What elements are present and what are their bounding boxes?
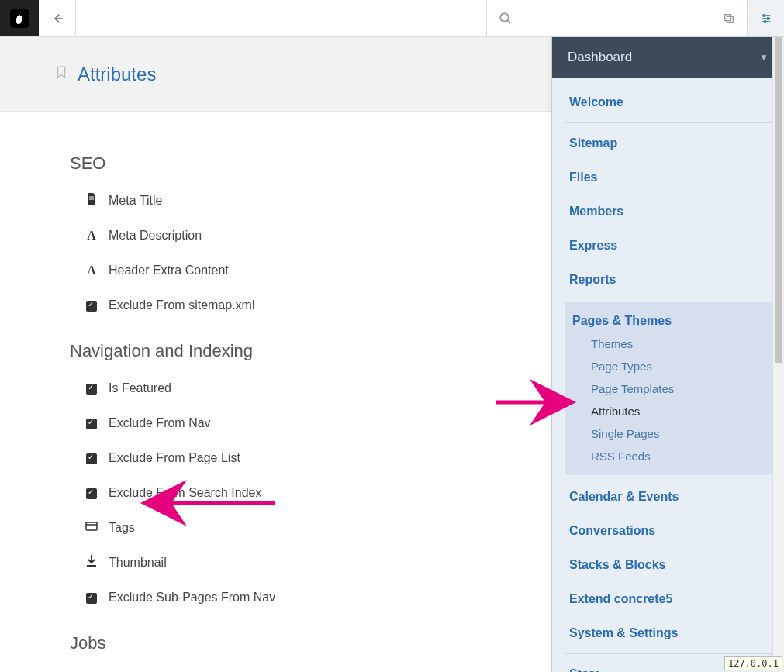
bookmark-icon[interactable] — [54, 64, 68, 85]
sliders-icon — [760, 12, 772, 25]
panel-sublink-rss-feeds[interactable]: RSS Feeds — [572, 445, 764, 467]
svg-rect-1 — [727, 16, 733, 22]
panel-link-reports[interactable]: Reports — [565, 263, 772, 297]
panel-sublink-themes[interactable]: Themes — [572, 333, 764, 355]
svg-point-0 — [500, 13, 509, 22]
panel-section-pages-themes: Pages & ThemesThemesPage TypesPage Templ… — [565, 302, 772, 475]
panel-link-sitemap[interactable]: Sitemap — [565, 126, 772, 160]
page-title: Attributes — [78, 64, 156, 85]
status-ip: 127.0.0.1 — [724, 656, 782, 670]
panel-link-pages-themes[interactable]: Pages & Themes — [572, 309, 764, 333]
panel-body: WelcomeSitemapFilesMembersExpressReports… — [552, 78, 784, 672]
scrollbar-thumb[interactable] — [775, 37, 782, 363]
svg-point-5 — [764, 20, 766, 22]
panel-link-conversations[interactable]: Conversations — [565, 514, 772, 548]
panel-link-express[interactable]: Express — [565, 229, 772, 263]
top-toolbar — [0, 0, 784, 37]
download-icon — [84, 555, 99, 570]
serif-icon: A — [84, 229, 99, 243]
panel-link-files[interactable]: Files — [565, 160, 772, 195]
panel-link-system-settings[interactable]: System & Settings — [565, 616, 772, 650]
toolbar-spacer-right — [523, 0, 710, 36]
divider — [565, 653, 772, 654]
panel-welcome-link[interactable]: Welcome — [565, 85, 772, 119]
settings-button[interactable] — [747, 0, 784, 36]
panel-link-members[interactable]: Members — [565, 195, 772, 229]
file-icon — [84, 193, 99, 208]
svg-point-3 — [763, 14, 765, 16]
check-icon — [84, 451, 99, 464]
panel-sublink-page-types[interactable]: Page Types — [572, 355, 764, 377]
panel-link-calendar-events[interactable]: Calendar & Events — [565, 480, 772, 514]
hand-icon — [10, 9, 29, 28]
svg-point-4 — [767, 17, 769, 19]
page-title-wrap: Attributes — [54, 64, 156, 85]
check-icon — [84, 486, 99, 499]
panel-sublink-single-pages[interactable]: Single Pages — [572, 422, 764, 445]
back-button[interactable] — [39, 0, 76, 36]
divider — [565, 122, 772, 123]
check-icon — [84, 298, 99, 312]
svg-rect-10 — [87, 565, 96, 567]
toolbar-spacer — [76, 0, 486, 36]
tags-icon — [84, 521, 99, 534]
chevron-down-icon: ▼ — [759, 52, 768, 63]
panel-sublink-page-templates[interactable]: Page Templates — [572, 377, 764, 400]
check-icon — [84, 591, 99, 604]
copy-button[interactable] — [710, 0, 747, 36]
serif-icon: A — [84, 264, 99, 277]
copy-icon — [723, 12, 735, 25]
panel-title: Dashboard — [568, 50, 632, 65]
search-button[interactable] — [486, 0, 523, 36]
svg-rect-2 — [724, 14, 730, 20]
check-icon — [84, 416, 99, 429]
svg-rect-8 — [86, 522, 97, 530]
dashboard-panel: Dashboard ▼ WelcomeSitemapFilesMembersEx… — [551, 37, 784, 672]
logo-button[interactable] — [0, 0, 39, 36]
panel-sublink-attributes[interactable]: Attributes — [572, 400, 764, 422]
panel-header[interactable]: Dashboard ▼ — [552, 37, 784, 78]
panel-link-stacks-blocks[interactable]: Stacks & Blocks — [565, 548, 772, 582]
panel-link-extend-concrete5[interactable]: Extend concrete5 — [565, 582, 772, 616]
scrollbar-track[interactable] — [772, 37, 784, 672]
check-icon — [84, 381, 99, 395]
search-icon — [499, 12, 513, 26]
